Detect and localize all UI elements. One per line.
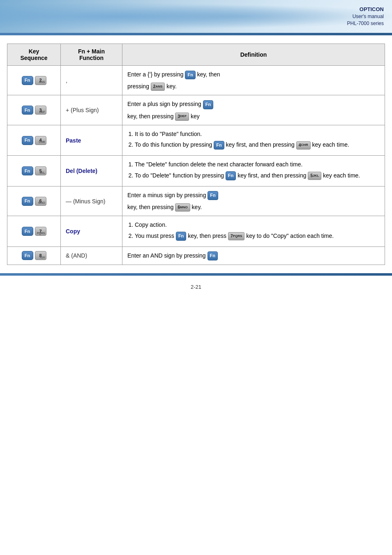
- def-list: Copy action. You must press Fn key, then…: [127, 220, 380, 240]
- def-text: Enter a {'} by pressing Fn key, then: [127, 70, 380, 79]
- definition-cell: Enter an AND sign by pressing Fn: [122, 246, 385, 265]
- def-list: It is to do "Paste" function. To do this…: [127, 129, 380, 150]
- fn-key: Fn: [22, 251, 33, 260]
- fn-label: & (AND): [66, 252, 87, 259]
- key-sequence-cell: Fn 6MNO: [7, 186, 61, 216]
- def-text-2: pressing 2 ANS key.: [127, 82, 380, 91]
- table-row: Fn 7PQRS Copy Copy action. You must pres…: [7, 216, 385, 246]
- num-key-inline-6: 6 MNO: [175, 203, 190, 212]
- company-name: OPTICON: [347, 6, 384, 13]
- col-header-def: Definition: [122, 44, 385, 66]
- fn-key-inline: Fn: [185, 71, 195, 80]
- def-list-item: It is to do "Paste" function.: [135, 129, 380, 138]
- def-list: The "Delete" function delete the next ch…: [127, 160, 380, 180]
- num-key-3: 3DEF: [35, 106, 46, 115]
- key-sequence: Fn 2ANS: [12, 76, 55, 85]
- fn-key-inline: Fn: [176, 232, 186, 241]
- fn-label: Copy: [66, 228, 80, 235]
- fn-key-inline: Fn: [203, 100, 213, 109]
- key-sequence-cell: Fn 3DEF: [7, 95, 61, 125]
- fn-label: — (Minus Sign): [66, 198, 105, 205]
- header-brand: OPTICON User's manual PHL-7000 series: [347, 6, 384, 27]
- fn-key-inline: Fn: [208, 251, 218, 260]
- num-key-inline-3: 3 DEF: [175, 113, 189, 121]
- fn-function-cell: Del (Delete): [61, 156, 122, 186]
- definition-cell: The "Delete" function delete the next ch…: [122, 156, 385, 186]
- num-key-2: 2ANS: [35, 76, 46, 85]
- num-key-inline-2: 2 ANS: [151, 83, 165, 91]
- table-row: Fn 2ANS , Enter a {'} by pressing Fn key…: [7, 66, 385, 95]
- table-row: Fn 5JKL Del (Delete) The "Delete" functi…: [7, 156, 385, 186]
- fn-key-inline: Fn: [214, 141, 224, 150]
- page-number: 2-21: [191, 284, 201, 290]
- header: OPTICON User's manual PHL-7000 series: [0, 0, 392, 33]
- fn-key: Fn: [22, 166, 33, 175]
- num-key-4: 4CHR: [35, 136, 46, 145]
- table-row: Fn 3DEF + (Plus Sign) Enter a plus sign …: [7, 95, 385, 125]
- footer: 2-21: [0, 284, 392, 302]
- fn-function-cell: Paste: [61, 125, 122, 155]
- col-header-key: KeySequence: [7, 44, 61, 66]
- table-row: Fn 8TUV & (AND) Enter an AND sign by pre…: [7, 246, 385, 265]
- definition-cell: Enter a {'} by pressing Fn key, then pre…: [122, 66, 385, 95]
- definition-cell: Enter a plus sign by pressing Fn key, th…: [122, 95, 385, 125]
- col-header-fn: Fn + MainFunction: [61, 44, 122, 66]
- def-text: Enter a minus sign by pressing Fn: [127, 191, 380, 200]
- key-sequence-cell: Fn 2ANS: [7, 66, 61, 95]
- fn-key: Fn: [22, 197, 33, 206]
- header-accent: [0, 33, 392, 35]
- fn-label: Paste: [66, 137, 81, 144]
- table-row: Fn 6MNO — (Minus Sign) Enter a minus sig…: [7, 186, 385, 216]
- def-text-2: key, then pressing 3 DEF key: [127, 112, 380, 121]
- table-row: Fn 4CHR Paste It is to do "Paste" functi…: [7, 125, 385, 155]
- def-list-item: Copy action.: [135, 220, 380, 229]
- def-list-item: To do "Delete" function by pressing Fn k…: [135, 171, 380, 180]
- key-sequence: Fn 8TUV: [12, 251, 55, 260]
- key-sequence-cell: Fn 5JKL: [7, 156, 61, 186]
- key-sequence: Fn 3DEF: [12, 106, 55, 115]
- def-text: Enter a plus sign by pressing Fn: [127, 99, 380, 109]
- doc-title: User's manual: [347, 13, 384, 20]
- fn-key-inline: Fn: [208, 191, 218, 200]
- def-text: Enter an AND sign by pressing Fn: [127, 251, 380, 260]
- fn-function-cell: & (AND): [61, 246, 122, 265]
- fn-function-cell: + (Plus Sign): [61, 95, 122, 125]
- num-key-5: 5JKL: [35, 166, 46, 175]
- fn-function-cell: — (Minus Sign): [61, 186, 122, 216]
- definition-cell: It is to do "Paste" function. To do this…: [122, 125, 385, 155]
- key-sequence: Fn 5JKL: [12, 166, 55, 175]
- fn-key: Fn: [22, 76, 33, 85]
- num-key-inline-7: 7 PQRS: [228, 232, 244, 240]
- fn-label: Del (Delete): [66, 168, 97, 174]
- footer-accent: [0, 273, 392, 276]
- key-sequence: Fn 4CHR: [12, 136, 55, 145]
- def-list-item: To do this function by pressing Fn key f…: [135, 140, 380, 150]
- num-key-8: 8TUV: [35, 251, 46, 260]
- num-key-inline-5: 5 JKL: [308, 172, 321, 180]
- key-sequence-cell: Fn 7PQRS: [7, 216, 61, 246]
- key-sequence-cell: Fn 8TUV: [7, 246, 61, 265]
- key-sequence: Fn 7PQRS: [12, 227, 55, 236]
- num-key-inline-4: 4 CHR: [296, 141, 311, 150]
- fn-label: ,: [66, 77, 67, 84]
- series-name: PHL-7000 series: [347, 20, 384, 27]
- fn-key: Fn: [22, 106, 33, 115]
- key-sequence: Fn 6MNO: [12, 197, 55, 206]
- fn-label: + (Plus Sign): [66, 107, 99, 113]
- fn-function-cell: ,: [61, 66, 122, 95]
- num-key-6: 6MNO: [35, 197, 46, 206]
- fn-key: Fn: [22, 136, 33, 145]
- def-list-item: The "Delete" function delete the next ch…: [135, 160, 380, 169]
- fn-key-inline: Fn: [226, 171, 236, 180]
- definition-cell: Copy action. You must press Fn key, then…: [122, 216, 385, 246]
- main-table: KeySequence Fn + MainFunction Definition…: [7, 44, 385, 265]
- fn-key: Fn: [22, 227, 33, 236]
- def-list-item: You must press Fn key, then press 7 PQRS…: [135, 231, 380, 241]
- def-text-2: key, then pressing 6 MNO key.: [127, 203, 380, 212]
- definition-cell: Enter a minus sign by pressing Fn key, t…: [122, 186, 385, 216]
- fn-function-cell: Copy: [61, 216, 122, 246]
- key-sequence-cell: Fn 4CHR: [7, 125, 61, 155]
- header-decorative: [0, 0, 392, 33]
- num-key-7: 7PQRS: [35, 227, 46, 236]
